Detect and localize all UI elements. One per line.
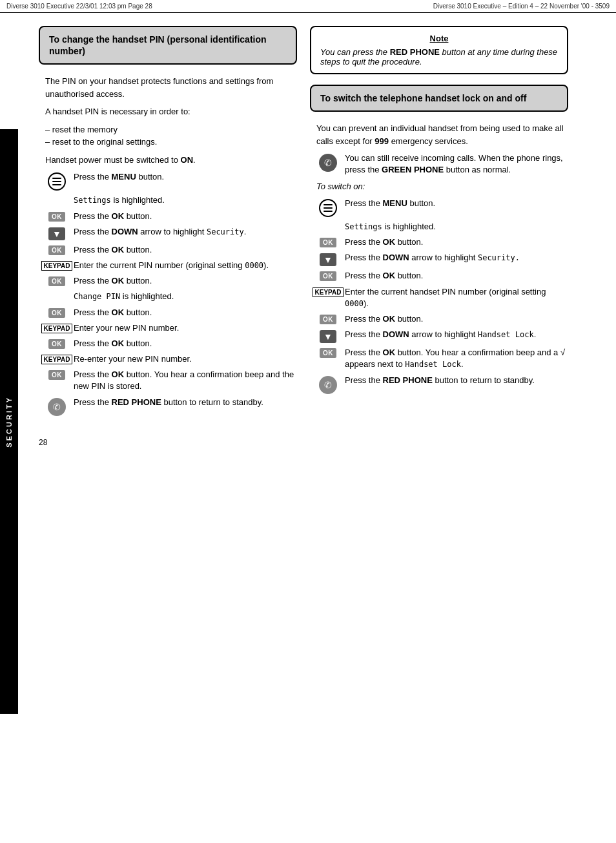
- header-left: Diverse 3010 Executive 22/3/01 12:03 pm …: [6, 3, 152, 10]
- list-item: OKPress the OK button.: [310, 236, 568, 248]
- step-text: Press the OK button.: [345, 236, 423, 248]
- list-item: ▼Press the DOWN arrow to highlight Secur…: [310, 252, 568, 266]
- right-body1: You can prevent an individual handset fr…: [310, 122, 568, 147]
- list-item: Change PIN is highlighted.: [39, 291, 297, 302]
- left-steps: Press the MENU button.Settings is highli…: [39, 171, 297, 415]
- ok-icon: OK: [45, 308, 68, 318]
- right-body3: To switch on:: [310, 180, 568, 193]
- list-item: Press the MENU button.: [39, 171, 297, 191]
- keypad-icon: KEYPAD: [45, 355, 68, 364]
- left-body4: Handset power must be switched to ON.: [39, 154, 297, 167]
- red-phone-icon: ✆: [45, 398, 68, 416]
- step-text: Press the RED PHONE button to return to …: [345, 375, 535, 386]
- note-text: You can press the RED PHONE button at an…: [320, 47, 558, 67]
- page-number: 28: [0, 433, 616, 447]
- step-text: Press the DOWN arrow to highlight Securi…: [345, 252, 520, 264]
- step-text: Settings is highlighted.: [74, 194, 165, 206]
- down-arrow-icon: ▼: [45, 227, 68, 240]
- list-item: KEYPADRe-enter your new PIN number.: [39, 353, 297, 365]
- list-item: OKPress the OK button.: [39, 211, 297, 222]
- step-text: Press the OK button.: [74, 275, 152, 287]
- list-item: OKPress the OK button. You hear a confir…: [310, 347, 568, 370]
- step-text: Enter your new PIN number.: [74, 322, 179, 334]
- right-green-phone-step: ✆ You can still receive incoming calls. …: [310, 152, 568, 176]
- step-text: Press the MENU button.: [345, 198, 435, 209]
- down-arrow-icon: ▼: [316, 253, 340, 266]
- right-section-box: To switch the telephone handset lock on …: [310, 85, 568, 112]
- ok-icon: OK: [45, 212, 68, 222]
- ok-icon: OK: [316, 348, 340, 358]
- page-header: Diverse 3010 Executive 22/3/01 12:03 pm …: [0, 0, 616, 13]
- step-text: Press the OK button.: [74, 307, 152, 318]
- step-text: Press the OK button.: [74, 211, 152, 222]
- list-item: Settings is highlighted.: [39, 194, 297, 206]
- keypad-icon: KEYPAD: [45, 261, 68, 271]
- step-text: Enter the current PIN number (original s…: [74, 260, 269, 271]
- list-item: ▼Press the DOWN arrow to highlight Hands…: [310, 329, 568, 343]
- step-text: Press the OK button.: [345, 313, 423, 325]
- right-body2: You can still receive incoming calls. Wh…: [345, 152, 568, 176]
- left-body1: The PIN on your handset protects functio…: [39, 75, 297, 100]
- ok-icon: OK: [45, 370, 68, 380]
- ok-icon: OK: [316, 315, 340, 324]
- list-item: OKPress the OK button.: [310, 313, 568, 325]
- list-item: OKPress the OK button.: [39, 275, 297, 287]
- list-item: KEYPADEnter the current handset PIN numb…: [310, 286, 568, 309]
- list-item: KEYPADEnter your new PIN number.: [39, 322, 297, 334]
- list-item: ✆Press the RED PHONE button to return to…: [39, 397, 297, 416]
- step-text: Settings is highlighted.: [345, 221, 436, 233]
- left-section-title: To change the handset PIN (personal iden…: [49, 34, 287, 57]
- step-text: Press the DOWN arrow to highlight Handse…: [345, 329, 536, 340]
- note-box: Note You can press the RED PHONE button …: [310, 26, 568, 74]
- list-item: OKPress the OK button.: [39, 307, 297, 318]
- step-text: Press the MENU button.: [74, 171, 164, 183]
- right-section-title: To switch the telephone handset lock on …: [320, 92, 558, 104]
- keypad-icon: KEYPAD: [45, 324, 68, 333]
- step-text: Press the OK button.: [345, 270, 423, 282]
- step-text: Press the OK button. You hear a confirma…: [74, 369, 297, 392]
- step-text: Change PIN is highlighted.: [74, 291, 174, 302]
- left-body2: A handset PIN is necessary in order to:: [39, 105, 297, 118]
- left-column: To change the handset PIN (personal iden…: [39, 26, 297, 420]
- menu-icon: [316, 199, 340, 217]
- red-phone-icon: ✆: [316, 376, 340, 394]
- step-text: Press the OK button.: [74, 338, 152, 349]
- note-title: Note: [320, 34, 558, 43]
- list-item: OKPress the OK button.: [310, 270, 568, 282]
- list-item: OKPress the OK button.: [39, 244, 297, 256]
- list-item: KEYPADEnter the current PIN number (orig…: [39, 260, 297, 271]
- step-text: Re-enter your new PIN number.: [74, 353, 192, 365]
- step-text: Enter the current handset PIN number (or…: [345, 286, 568, 309]
- ok-icon: OK: [45, 276, 68, 286]
- list-item: Settings is highlighted.: [310, 221, 568, 233]
- keypad-icon: KEYPAD: [316, 287, 340, 297]
- list-item: ▼Press the DOWN arrow to highlight Secur…: [39, 226, 297, 240]
- step-text: Press the OK button.: [74, 244, 152, 256]
- menu-icon: [45, 172, 68, 191]
- green-phone-icon: ✆: [316, 154, 340, 172]
- list-item: Press the MENU button.: [310, 198, 568, 217]
- ok-icon: OK: [316, 238, 340, 247]
- right-steps: Press the MENU button.Settings is highli…: [310, 198, 568, 394]
- left-body3: – reset the memory– reset to the origina…: [39, 123, 297, 149]
- step-text: Press the DOWN arrow to highlight Securi…: [74, 226, 246, 238]
- ok-icon: OK: [45, 245, 68, 255]
- ok-icon: OK: [316, 271, 340, 281]
- list-item: OKPress the OK button. You hear a confir…: [39, 369, 297, 392]
- list-item: ✆Press the RED PHONE button to return to…: [310, 375, 568, 394]
- header-right: Diverse 3010 Executive – Edition 4 – 22 …: [433, 3, 610, 10]
- list-item: OKPress the OK button.: [39, 338, 297, 349]
- down-arrow-icon: ▼: [316, 330, 340, 343]
- page-content: To change the handset PIN (personal iden…: [0, 13, 616, 433]
- step-text: Press the RED PHONE button to return to …: [74, 397, 263, 408]
- ok-icon: OK: [45, 339, 68, 349]
- left-section-box: To change the handset PIN (personal iden…: [39, 26, 297, 65]
- step-text: Press the OK button. You hear a confirma…: [345, 347, 568, 370]
- right-column: Note You can press the RED PHONE button …: [310, 26, 568, 420]
